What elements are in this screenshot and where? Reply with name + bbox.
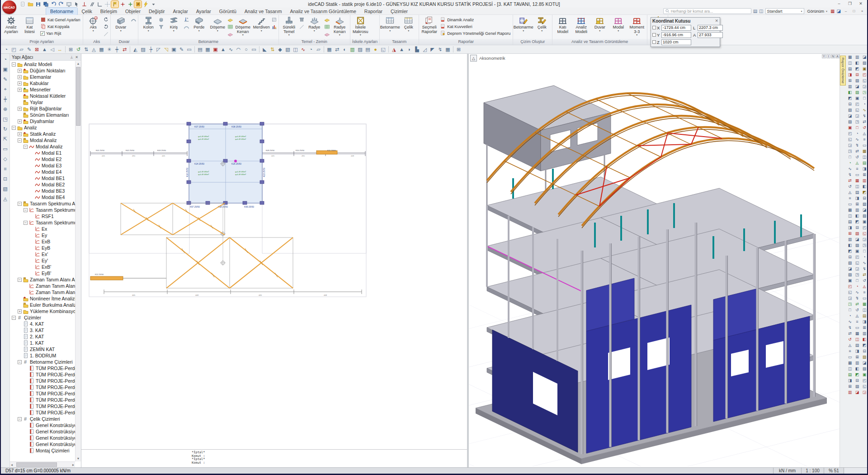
panel-tool-icon[interactable]: ▤ (848, 219, 852, 224)
panel-tool-icon[interactable]: ▥ (863, 178, 867, 183)
katı-model-button[interactable]: KatıModel (553, 15, 572, 39)
döşeme-button[interactable]: Döşeme▾ (208, 15, 227, 39)
layout-icon[interactable]: ◫ (759, 8, 763, 14)
tree-item[interactable]: −Analiz (10, 124, 75, 131)
seçmeli-raporlar-button[interactable]: SeçmeliRaporlar (420, 15, 439, 39)
tree-horizontal-scrollbar[interactable]: ◂ ▸ (10, 461, 75, 467)
funnel-button[interactable] (158, 24, 165, 30)
slab-yellow-button[interactable] (227, 16, 234, 23)
tree-expander-icon[interactable]: − (24, 208, 28, 212)
tree-item[interactable]: TÜM PROJE-Perde Düşey Açılımla (10, 378, 75, 384)
panel-tool-icon[interactable]: ▦ (863, 149, 867, 154)
kat-kopyala-button[interactable]: Kat Kopyala (39, 23, 82, 30)
tool-icon[interactable]: ○ (242, 46, 250, 53)
panel-tool-icon[interactable]: ▨ (855, 243, 859, 248)
panel-tool-icon[interactable]: ▤ (863, 314, 867, 318)
tree-item[interactable]: 4. KAT (10, 321, 75, 327)
panel-tool-icon[interactable]: ◱ (863, 384, 867, 389)
side-tool-icon[interactable]: ▣ (3, 66, 7, 72)
pile-button[interactable] (298, 16, 305, 23)
panel-tool-icon[interactable]: ⊞ (863, 172, 866, 177)
panel-tool-icon[interactable]: ▨ (863, 214, 867, 218)
panel-tool-icon[interactable]: ⊟ (863, 349, 866, 354)
tree-item[interactable]: TÜM PROJE-Perde Düşey Açılımla (10, 403, 75, 409)
tree-item[interactable]: −#Çelik Çizimleri (10, 416, 75, 422)
panel-tool-icon[interactable]: ◱ (848, 290, 852, 295)
tree-expander-icon[interactable]: − (18, 202, 22, 206)
tree-item[interactable]: −Tasarım Spektrumu Durumları (10, 219, 75, 226)
panel-tool-icon[interactable]: □ (849, 308, 851, 313)
mdi-restore-button[interactable]: □ (851, 9, 857, 14)
disk-button[interactable] (34, 1, 42, 8)
tool-icon[interactable]: ◔ (2, 46, 10, 53)
duvar-button[interactable]: Duvar▾ (590, 15, 609, 39)
tree-item[interactable]: Modal BE4 (10, 194, 75, 200)
rot-cw-button[interactable] (103, 24, 109, 30)
panel-tool-icon[interactable]: ↯ (855, 143, 859, 148)
tree-item[interactable]: +Mesnetler (10, 86, 75, 93)
tree-expander-icon[interactable]: − (12, 62, 16, 66)
tool-icon[interactable]: ◣ (261, 46, 269, 53)
side-tool-icon[interactable]: ◬ (3, 196, 7, 202)
tree-item[interactable]: TÜM PROJE-Perde Düşey Açılımla (10, 365, 75, 371)
panel-tool-icon[interactable]: □ (863, 96, 865, 101)
view-combo[interactable]: Görünüm▾ (806, 8, 829, 14)
tree-item[interactable]: +Diyaframlar (10, 118, 75, 124)
tree-expander-icon[interactable]: − (24, 145, 28, 149)
tool-icon[interactable]: ┾ (147, 46, 155, 53)
diag-line-button[interactable] (103, 31, 109, 38)
tree-item[interactable]: EyB' (10, 270, 75, 276)
tool-icon[interactable]: ◠ (235, 46, 242, 53)
sürekli-temel-button[interactable]: SürekliTemel▾ (280, 15, 298, 39)
tool-icon[interactable]: ▲ (219, 46, 227, 53)
panel-tool-icon[interactable]: ≡ (856, 166, 858, 171)
circle-col-button[interactable] (158, 16, 165, 23)
merdiven-button[interactable]: Merdiven▾ (252, 15, 271, 39)
tree-item[interactable]: Genel Konstrüksiyon Çizimleri - Te (10, 422, 75, 428)
tree-expander-icon[interactable]: + (18, 88, 22, 92)
panel-tool-icon[interactable]: ◪ (855, 390, 859, 395)
panel-tool-icon[interactable]: ◰ (855, 255, 859, 260)
tool-icon[interactable]: ↔ (56, 46, 64, 53)
modal-button[interactable]: Modal▾ (609, 15, 627, 39)
chart-bars-button[interactable] (271, 24, 278, 30)
panel-tool-icon[interactable]: ◫ (863, 155, 867, 160)
dinamik-analiz-button[interactable]: Dinamik Analiz (439, 16, 512, 23)
kat-genel-ayarları-button[interactable]: Kat Genel Ayarları (39, 16, 82, 23)
scroll-up-icon[interactable]: ▲ (75, 61, 81, 66)
tool-icon[interactable]: ◹ (162, 46, 170, 53)
panel-tool-icon[interactable]: ◔ (856, 284, 858, 289)
grid-green-button[interactable] (324, 24, 330, 30)
tree-item[interactable]: Modal BE3 (10, 188, 75, 194)
panel-tool-icon[interactable]: ◔ (849, 161, 851, 166)
panel-tool-icon[interactable]: ◩ (855, 372, 859, 377)
tree-item[interactable]: +Rijit Bağlantılar (10, 105, 75, 112)
bolt-button[interactable] (142, 1, 149, 8)
status-units[interactable]: kN / mm (773, 468, 801, 474)
panel-tool-icon[interactable]: ◲ (855, 266, 859, 271)
panel-tool-icon[interactable]: ⇄ (863, 272, 866, 277)
tree-vertical-scrollbar[interactable]: ▲ ▼ (75, 61, 81, 461)
panel-tool-icon[interactable]: ▣ (848, 125, 852, 130)
panel-tool-icon[interactable]: ↯ (848, 172, 852, 177)
tree-expander-icon[interactable]: + (18, 75, 22, 79)
view-cube-button[interactable]: A (835, 54, 840, 58)
tree-item[interactable]: TÜM PROJE-Perde Düşey Açılımla (10, 371, 75, 378)
plan-view-2d[interactable]: K01 25/50 K02 25/50 K03 25/50 445 490 44… (81, 54, 467, 467)
tab-ara-lar[interactable]: Araçlar (169, 8, 192, 15)
panel-tool-icon[interactable]: ◧ (848, 90, 852, 95)
panel-tool-icon[interactable]: ◫ (848, 61, 852, 66)
close-button[interactable]: ✕ (856, 0, 866, 7)
angle-field[interactable]: 27.933 (698, 32, 723, 38)
kat-listesi-button[interactable]: Katlistesi (20, 15, 39, 39)
tree-item[interactable]: Modal E1 (10, 150, 75, 156)
panel-tool-icon[interactable]: ▤ (863, 161, 867, 166)
panel-tool-icon[interactable]: ▦ (848, 361, 852, 366)
tab-ayarlar[interactable]: Ayarlar (192, 8, 215, 15)
tool-icon[interactable]: ◿ (421, 46, 429, 53)
panel-tool-icon[interactable]: ◬ (856, 314, 859, 318)
slab-yellow-button[interactable] (324, 16, 330, 23)
close-panel-icon[interactable]: ✕ (74, 55, 79, 59)
tool-icon[interactable]: ◬ (90, 46, 98, 53)
panel-tool-icon[interactable]: ▤ (848, 66, 852, 71)
